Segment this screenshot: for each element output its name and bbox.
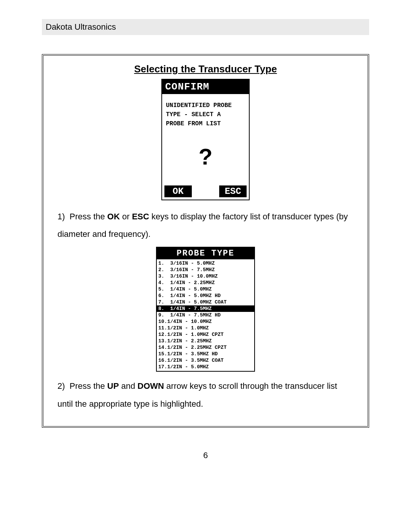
probe-row[interactable]: 13.1/2IN - 2.25MHZ — [157, 338, 254, 344]
probe-row[interactable]: 2. 3/16IN - 7.5MHZ — [157, 267, 254, 273]
probe-row[interactable]: 5. 1/4IN - 5.0MHZ — [157, 286, 254, 292]
probe-row[interactable]: 8. 1/4IN - 7.5MHZ — [157, 305, 254, 312]
step-number: 2) — [57, 381, 65, 391]
probe-row[interactable]: 1. 3/16IN - 5.0MHZ — [157, 260, 254, 267]
step-number: 1) — [57, 212, 65, 221]
ok-key-label: OK — [107, 212, 120, 221]
up-key-label: UP — [107, 381, 119, 391]
step-2: 2) Press the UP and DOWN arrow keys to s… — [57, 377, 354, 412]
esc-key-label: ESC — [132, 212, 149, 221]
probe-row[interactable]: 17.1/2IN - 5.0MHZ — [157, 364, 254, 370]
down-key-label: DOWN — [137, 381, 164, 391]
probe-row[interactable]: 11.1/2IN - 1.0MHZ — [157, 325, 254, 331]
probe-list-body[interactable]: 1. 3/16IN - 5.0MHZ2. 3/16IN - 7.5MHZ3. 3… — [157, 259, 254, 371]
step2-text-a: Press the — [70, 381, 107, 391]
probe-row[interactable]: 6. 1/4IN - 5.0MHZ HD — [157, 292, 254, 299]
confirm-dialog: CONFIRM UNIDENTIFIED PROBE TYPE - SELECT… — [161, 79, 250, 200]
document-header: Dakota Ultrasonics — [42, 19, 369, 35]
esc-button[interactable]: ESC — [219, 185, 247, 197]
step1-text-a: Press the — [70, 212, 107, 221]
probe-type-list: PROBE TYPE 1. 3/16IN - 5.0MHZ2. 3/16IN -… — [156, 247, 255, 372]
step-1: 1) Press the OK or ESC keys to display t… — [57, 208, 354, 243]
probe-row[interactable]: 10.1/4IN - 10.0MHZ — [157, 318, 254, 325]
probe-row[interactable]: 15.1/2IN - 3.5MHZ HD — [157, 351, 254, 357]
confirm-line3: PROBE FROM LIST — [166, 119, 245, 128]
confirm-title: CONFIRM — [162, 80, 249, 94]
probe-row[interactable]: 12.1/2IN - 1.0MHZ CPZT — [157, 331, 254, 338]
probe-row[interactable]: 4. 1/4IN - 2.25MHZ — [157, 280, 254, 286]
confirm-line1: UNIDENTIFIED PROBE — [166, 101, 245, 110]
probe-row[interactable]: 9. 1/4IN - 7.5MHZ HD — [157, 312, 254, 318]
section-title: Selecting the Transducer Type — [53, 63, 358, 75]
probe-row[interactable]: 3. 3/16IN - 10.0MHZ — [157, 273, 254, 280]
probe-row[interactable]: 16.1/2IN - 3.5MHZ COAT — [157, 357, 254, 364]
probe-row[interactable]: 14.1/2IN - 2.25MHZ CPZT — [157, 344, 254, 351]
step2-text-b: and — [119, 381, 137, 391]
probe-row[interactable]: 7. 1/4IN - 5.0MHZ COAT — [157, 299, 254, 305]
confirm-line2: TYPE - SELECT A — [166, 110, 245, 119]
content-frame: Selecting the Transducer Type CONFIRM UN… — [42, 54, 369, 428]
confirm-body: UNIDENTIFIED PROBE TYPE - SELECT A PROBE… — [162, 94, 249, 185]
probe-list-title: PROBE TYPE — [157, 248, 254, 259]
step1-text-b: or — [120, 212, 132, 221]
ok-button[interactable]: OK — [164, 185, 192, 197]
page-number: 6 — [42, 451, 369, 460]
question-mark-icon: ? — [166, 128, 245, 182]
